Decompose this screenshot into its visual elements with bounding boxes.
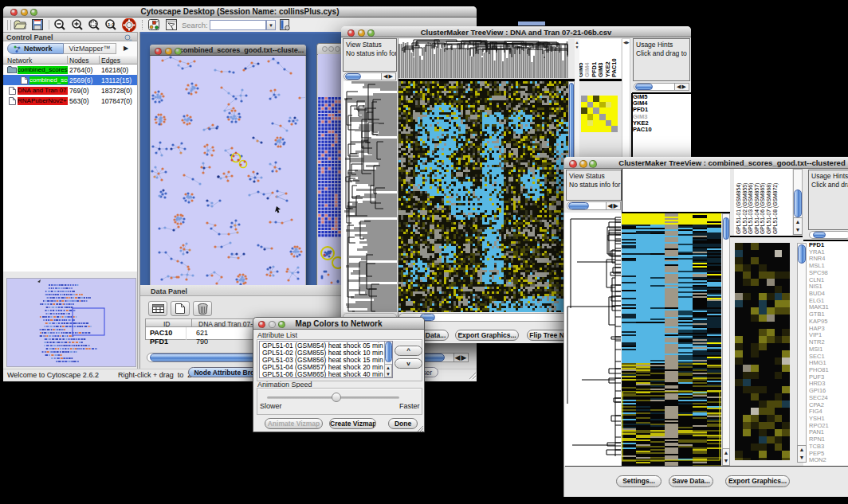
svg-text:1:1: 1:1 [108, 22, 115, 27]
svg-text:GPL51-08 (GSM872): GPL51-08 (GSM872) [772, 183, 779, 234]
svg-text:PAC10: PAC10 [610, 58, 618, 77]
